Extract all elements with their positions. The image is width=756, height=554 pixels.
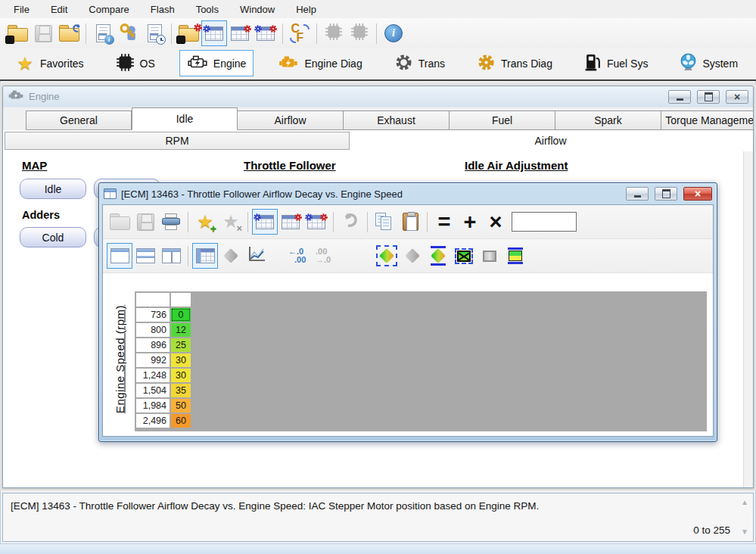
ribbon-os[interactable]: OS [108, 49, 163, 78]
tab-exhaust[interactable]: Exhaust [344, 110, 450, 130]
colormap-cells-off-button[interactable] [477, 243, 502, 269]
tab-airflow[interactable]: Airflow [238, 110, 344, 130]
table-print-button[interactable] [158, 209, 184, 235]
row-value-cell[interactable]: 50 [171, 399, 191, 412]
open-compare-button[interactable] [176, 20, 201, 46]
main-toolbar: CF [0, 18, 756, 48]
view-both-table-button[interactable] [303, 209, 329, 235]
engine-vertical-scrollbar[interactable] [743, 151, 753, 487]
engine-restore-button[interactable] [697, 90, 720, 104]
write-vehicle-button[interactable] [347, 20, 372, 46]
table-view-button[interactable] [192, 243, 218, 269]
row-value-cell[interactable]: 60 [171, 414, 191, 428]
idle-button[interactable]: Idle [20, 179, 86, 199]
ribbon-fuel-sys[interactable]: Fuel Sys [577, 49, 655, 78]
ribbon-trans-diag[interactable]: Trans Diag [469, 49, 560, 78]
view-compare-table-button[interactable] [278, 209, 303, 235]
set-equal-button[interactable] [431, 209, 457, 235]
decimal-more-icon [316, 247, 338, 264]
table-restore-button[interactable] [655, 187, 677, 201]
row-value-cell[interactable]: 25 [171, 338, 191, 352]
surface-view-button[interactable] [218, 243, 244, 269]
help-info-button[interactable] [381, 20, 406, 46]
view-compare-tables-button[interactable] [227, 20, 253, 46]
colormap-cells-scaled-button[interactable] [502, 243, 528, 269]
value-range: 0 to 255 [693, 524, 730, 536]
menu-file[interactable]: File [3, 2, 40, 17]
compare-toggle-button[interactable]: CF [287, 20, 313, 46]
menu-edit[interactable]: Edit [40, 2, 78, 17]
undo-button[interactable] [338, 209, 363, 235]
row-value-cell[interactable]: 0 [171, 308, 191, 322]
view-both-tables-button[interactable] [253, 20, 278, 46]
subtab-rpm[interactable]: RPM [5, 132, 350, 150]
chart-view-button[interactable] [244, 243, 269, 269]
tab-general[interactable]: General [26, 110, 132, 130]
tab-torque-management[interactable]: Torque Management [661, 110, 754, 130]
favorite-remove-button[interactable]: × [218, 209, 244, 235]
bin-history-button[interactable] [142, 20, 167, 46]
copy-button[interactable] [372, 209, 397, 235]
colormap-surface-button[interactable] [374, 243, 400, 269]
menu-help[interactable]: Help [285, 2, 327, 17]
toolbar-separator [333, 212, 334, 232]
table-save-button[interactable] [132, 209, 158, 235]
toolbar-separator [427, 212, 428, 232]
colormap-cells-button[interactable] [451, 243, 477, 269]
pane-single-button[interactable] [107, 243, 132, 269]
pane-vsplit-button[interactable] [158, 243, 184, 269]
open-bin-button[interactable] [5, 20, 30, 46]
scroll-down-icon[interactable]: ▼ [741, 528, 748, 536]
multiply-value-button[interactable] [483, 209, 509, 235]
save-bin-button[interactable] [30, 20, 56, 46]
view-this-tables-button[interactable] [201, 20, 227, 46]
bin-info-button[interactable] [90, 20, 116, 46]
cold-button[interactable]: Cold [20, 227, 86, 247]
table-row: 1,248 30 [136, 369, 191, 382]
paste-button[interactable] [397, 209, 423, 235]
colormap-surface-scaled-button[interactable] [425, 243, 451, 269]
table-minimize-button[interactable] [626, 187, 649, 201]
menu-compare[interactable]: Compare [78, 2, 139, 17]
tab-fuel[interactable]: Fuel [450, 110, 555, 130]
row-value-cell[interactable]: 35 [171, 384, 191, 397]
view-this-table-button[interactable] [252, 209, 278, 235]
tab-spark[interactable]: Spark [555, 110, 661, 130]
row-value-cell[interactable]: 30 [171, 353, 191, 367]
decimal-more-button[interactable] [313, 243, 341, 269]
ribbon-favorites[interactable]: Favorites [8, 50, 92, 77]
license-info-button[interactable] [116, 20, 142, 46]
menu-window[interactable]: Window [229, 2, 285, 17]
ribbon-label: Engine [213, 58, 247, 70]
ribbon-engine[interactable]: Engine [179, 50, 254, 76]
row-value-cell[interactable]: 30 [171, 369, 191, 382]
table-close-button[interactable] [683, 187, 712, 201]
engine-close-button[interactable] [726, 90, 748, 104]
tab-idle[interactable]: Idle [132, 107, 238, 130]
engine-minimize-button[interactable] [668, 90, 691, 104]
ribbon-system[interactable]: System [672, 49, 745, 78]
decimal-less-button[interactable] [286, 243, 313, 269]
ribbon-engine-diag[interactable]: Engine Diag [270, 50, 369, 76]
toolbar-separator [188, 212, 188, 232]
table-window-titlebar[interactable]: [ECM] 13463 - Throttle Follower Airflow … [102, 183, 714, 204]
menu-tools[interactable]: Tools [185, 2, 229, 17]
menu-flash[interactable]: Flash [140, 2, 185, 17]
engine-window-titlebar[interactable]: Engine [3, 86, 753, 107]
colormap-surface-off-button[interactable] [400, 243, 425, 269]
close-bin-button[interactable] [56, 20, 82, 46]
row-rpm-label: 1,248 [136, 369, 170, 382]
favorite-add-icon: + [195, 212, 215, 232]
table-open-button[interactable] [107, 209, 132, 235]
row-value-cell[interactable]: 12 [171, 323, 191, 337]
read-vehicle-icon [325, 23, 343, 44]
subtab-airflow[interactable]: Airflow [350, 131, 751, 151]
fuel-pump-icon [584, 53, 602, 74]
pane-hsplit-button[interactable] [132, 243, 158, 269]
math-value-input[interactable] [512, 212, 577, 232]
add-value-button[interactable] [457, 209, 483, 235]
favorite-add-button[interactable]: + [192, 209, 218, 235]
read-vehicle-button[interactable] [321, 20, 347, 46]
ribbon-trans[interactable]: Trans [387, 49, 453, 78]
scroll-up-icon[interactable]: ▲ [741, 498, 748, 506]
